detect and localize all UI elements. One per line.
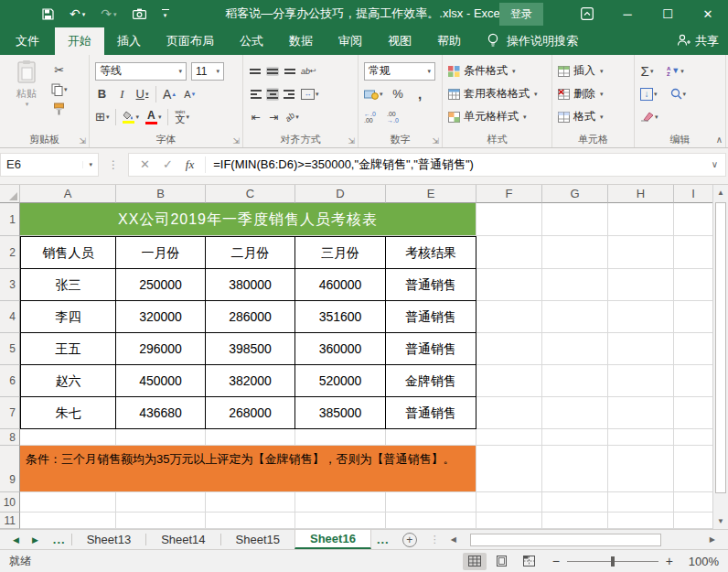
- cell[interactable]: 普通销售: [386, 301, 476, 333]
- increase-decimal-icon[interactable]: ←.0.00: [364, 108, 378, 126]
- insert-cells-button[interactable]: 插入▾: [558, 59, 629, 82]
- cell[interactable]: [674, 429, 712, 446]
- cell[interactable]: [674, 446, 712, 492]
- cell[interactable]: [542, 203, 608, 236]
- fill-down-button[interactable]: ↓▾: [640, 85, 658, 103]
- save-icon[interactable]: [42, 8, 54, 20]
- delete-cells-button[interactable]: 删除▾: [558, 82, 629, 105]
- header-cell[interactable]: 考核结果: [386, 236, 476, 269]
- zoom-in-button[interactable]: +: [666, 554, 673, 568]
- login-button[interactable]: 登录: [499, 3, 543, 26]
- top-align-icon[interactable]: [249, 67, 262, 76]
- minimize-button[interactable]: ─: [607, 0, 648, 27]
- new-sheet-button[interactable]: +: [402, 533, 417, 547]
- header-cell[interactable]: 三月份: [295, 236, 386, 269]
- header-cell[interactable]: 一月份: [116, 236, 206, 269]
- row-header-3[interactable]: 3: [0, 269, 20, 301]
- cell[interactable]: 普通销售: [386, 333, 476, 365]
- cell[interactable]: 朱七: [20, 397, 116, 429]
- redo-dropdown-icon[interactable]: ▾: [113, 11, 117, 17]
- format-cells-button[interactable]: 格式▾: [558, 105, 629, 128]
- shrink-font-button[interactable]: A▼: [183, 85, 197, 103]
- copy-icon[interactable]: ▾: [51, 82, 68, 96]
- bold-button[interactable]: B: [95, 85, 109, 103]
- horizontal-scroll-thumb[interactable]: [470, 534, 662, 546]
- cell[interactable]: [542, 397, 608, 429]
- find-select-button[interactable]: ▾: [670, 85, 687, 103]
- cell[interactable]: 320000: [116, 301, 206, 333]
- cell[interactable]: 460000: [295, 269, 386, 301]
- cell[interactable]: [476, 236, 542, 269]
- sheet-tab-sheet15[interactable]: Sheet15: [221, 530, 294, 549]
- horizontal-scrollbar[interactable]: ◀ ▶: [447, 532, 719, 547]
- customize-qat-dropdown-icon[interactable]: ▾: [162, 9, 169, 18]
- cell[interactable]: [608, 269, 674, 301]
- undo-button[interactable]: ↶▾: [70, 7, 85, 20]
- cell[interactable]: [542, 301, 608, 333]
- autosum-button[interactable]: Σ▾: [640, 62, 654, 81]
- cell[interactable]: 380000: [206, 269, 295, 301]
- column-header-b[interactable]: B: [116, 185, 206, 203]
- cell[interactable]: 李四: [20, 301, 116, 333]
- cell[interactable]: [386, 429, 476, 446]
- cell[interactable]: [674, 492, 712, 513]
- column-header-a[interactable]: A: [20, 185, 116, 203]
- normal-view-icon[interactable]: [463, 553, 487, 570]
- ribbon-display-options-icon[interactable]: [567, 0, 607, 27]
- row-header-10[interactable]: 10: [0, 492, 20, 513]
- column-header-e[interactable]: E: [386, 185, 476, 203]
- format-as-table-button[interactable]: 套用表格格式▾: [448, 82, 547, 105]
- name-box-dropdown-icon[interactable]: ▾: [82, 161, 92, 168]
- cell[interactable]: 436680: [116, 397, 206, 429]
- cell[interactable]: [674, 513, 712, 529]
- format-painter-icon[interactable]: [51, 102, 68, 115]
- tab-data[interactable]: 数据: [276, 27, 326, 55]
- decrease-indent-icon[interactable]: ⇤: [249, 108, 262, 126]
- header-cell[interactable]: 二月份: [206, 236, 295, 269]
- cell[interactable]: [206, 429, 295, 446]
- tabbar-splitter[interactable]: ⋮: [424, 534, 445, 545]
- cell[interactable]: [476, 513, 542, 529]
- row-header-8[interactable]: 8: [0, 429, 20, 446]
- tab-file[interactable]: 文件: [0, 27, 55, 55]
- cell[interactable]: [608, 236, 674, 269]
- cell[interactable]: [295, 492, 386, 513]
- header-cell[interactable]: 销售人员: [20, 236, 116, 269]
- italic-button[interactable]: I: [115, 85, 129, 103]
- cell[interactable]: [608, 365, 674, 397]
- number-format-combo[interactable]: 常规▾: [364, 62, 435, 81]
- row-header-9[interactable]: 9: [0, 446, 20, 492]
- accounting-format-icon[interactable]: ▾: [364, 85, 383, 103]
- cell[interactable]: [608, 446, 674, 492]
- enter-formula-icon[interactable]: ✓: [163, 157, 173, 171]
- cell[interactable]: [386, 513, 476, 529]
- cancel-formula-icon[interactable]: ✕: [140, 157, 150, 171]
- cell[interactable]: 普通销售: [386, 397, 476, 429]
- cell-styles-button[interactable]: 单元格样式▾: [448, 105, 547, 128]
- cell[interactable]: [116, 513, 206, 529]
- formula-bar-splitter[interactable]: ⋮: [99, 158, 128, 171]
- select-all-corner[interactable]: [0, 185, 20, 203]
- cell[interactable]: [542, 236, 608, 269]
- orientation-icon[interactable]: ab▾: [285, 108, 299, 126]
- tell-me-search[interactable]: 操作说明搜索: [487, 27, 578, 55]
- wrap-text-icon[interactable]: ab↩: [301, 62, 316, 81]
- page-layout-view-icon[interactable]: [490, 553, 514, 570]
- decrease-decimal-icon[interactable]: .00→.0: [387, 108, 401, 126]
- center-icon[interactable]: [266, 88, 279, 101]
- percent-style-icon[interactable]: %: [391, 85, 405, 103]
- row-header-4[interactable]: 4: [0, 301, 20, 333]
- sheet-tab-sheet13[interactable]: Sheet13: [72, 530, 145, 549]
- cell[interactable]: 382000: [206, 365, 295, 397]
- increase-indent-icon[interactable]: ⇥: [267, 108, 281, 126]
- cut-icon[interactable]: ✂: [51, 63, 68, 77]
- cell[interactable]: [20, 492, 116, 513]
- sheet-overflow-right[interactable]: ...: [371, 530, 395, 549]
- cell[interactable]: [674, 236, 712, 269]
- column-header-d[interactable]: D: [295, 185, 386, 203]
- cell[interactable]: [542, 429, 608, 446]
- cell[interactable]: [542, 365, 608, 397]
- column-header-f[interactable]: F: [476, 185, 542, 203]
- undo-dropdown-icon[interactable]: ▾: [82, 11, 86, 17]
- cell[interactable]: [206, 492, 295, 513]
